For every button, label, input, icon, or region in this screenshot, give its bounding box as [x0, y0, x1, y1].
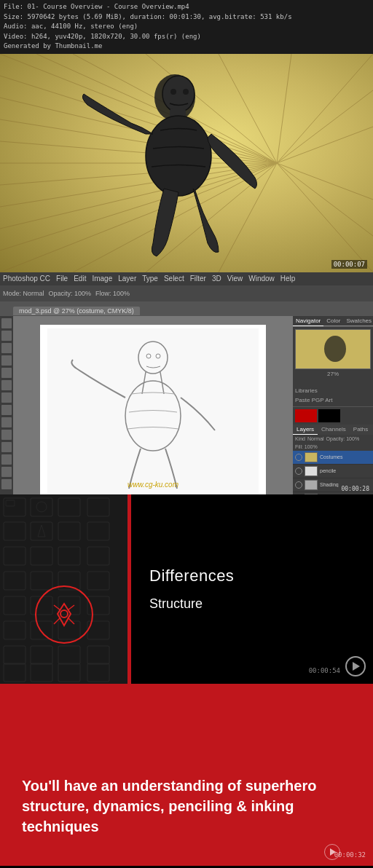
ps-paths-tab[interactable]: Paths — [350, 425, 372, 435]
ps-tool-stamp[interactable] — [1, 392, 12, 403]
ps-tool-select[interactable] — [1, 331, 12, 341]
svg-marker-75 — [58, 604, 71, 626]
svg-rect-44 — [58, 498, 80, 516]
ps-layer-name-pencile: pencile — [320, 468, 371, 473]
ps-content-area: www.cg-ku.com Navigator Color Swatches 2 — [0, 316, 373, 494]
ps-libraries-label: Libraries — [295, 387, 318, 394]
file-info-line5: Generated by Thumbnail.me — [4, 42, 369, 52]
file-info-bar: File: 01- Course Overview - Course Overv… — [0, 0, 373, 54]
ps-timestamp: 00:00:28 — [341, 486, 369, 492]
ps-layer-thumb-pencile — [305, 466, 318, 476]
ps-menu-image[interactable]: Image — [92, 275, 112, 283]
dark-section-timestamp: 00:00:54 — [309, 667, 340, 674]
ps-toolbar: Mode: Normal Opacity: 100% Flow: 100% — [0, 285, 373, 301]
svg-rect-55 — [4, 572, 25, 590]
svg-rect-45 — [87, 498, 109, 516]
ps-tool-move[interactable] — [1, 318, 12, 328]
svg-point-76 — [60, 610, 68, 618]
dark-section: Differences Structure 00:00:54 — [0, 494, 373, 684]
red-section-body-text: You'll have an understanding of superher… — [22, 776, 328, 837]
ps-menu-bar: Photoshop CC File Edit Image Layer Type … — [0, 272, 373, 285]
svg-rect-69 — [58, 646, 80, 664]
svg-rect-71 — [4, 663, 25, 682]
svg-rect-31 — [47, 328, 259, 494]
ps-document-tab[interactable]: mod_3.psd @ 27% (costume, CMYK/8) — [13, 307, 140, 315]
ps-color-swatches — [293, 407, 373, 425]
svg-rect-53 — [58, 547, 80, 565]
svg-point-39 — [324, 336, 346, 362]
ps-menu-filter[interactable]: Filter — [190, 275, 206, 283]
ps-eye-icon-costumes[interactable] — [295, 454, 302, 461]
ps-menu-type[interactable]: Type — [142, 275, 158, 283]
ps-layers-tab[interactable]: Layers — [293, 425, 318, 435]
svg-rect-68 — [31, 646, 52, 664]
ps-sketch-figure — [47, 328, 259, 494]
ps-eye-icon-pencile[interactable] — [295, 467, 302, 475]
ps-tool-pen[interactable] — [1, 430, 12, 440]
ps-navigator-tab[interactable]: Navigator — [293, 316, 323, 326]
ps-menu-layer[interactable]: Layer — [118, 275, 136, 283]
ps-normal-label: Normal — [307, 436, 324, 441]
file-info-line2: Size: 5970642 bytes (5.69 MiB), duration… — [4, 12, 369, 23]
ps-menu-3d[interactable]: 3D — [212, 275, 221, 283]
ps-layer-filter-controls: Kind Normal Opacity: 100% — [293, 435, 373, 443]
svg-rect-54 — [87, 547, 109, 565]
ps-menu-file[interactable]: File — [56, 275, 68, 283]
svg-line-78 — [68, 605, 74, 610]
svg-rect-73 — [58, 663, 80, 682]
differences-heading: Differences — [149, 567, 355, 585]
ps-mode-label: Mode: Normal — [3, 290, 44, 297]
ps-nav-tabs: Navigator Color Swatches — [293, 316, 373, 327]
svg-rect-72 — [31, 663, 52, 682]
svg-point-26 — [162, 76, 195, 112]
ps-tool-crop[interactable] — [1, 355, 12, 366]
ps-channels-tab[interactable]: Channels — [318, 425, 350, 435]
file-info-line1: File: 01- Course Overview - Course Overv… — [4, 2, 369, 12]
dark-right-content: Differences Structure — [131, 494, 373, 684]
red-section: You'll have an understanding of superher… — [0, 684, 373, 866]
ps-tool-zoom[interactable] — [1, 479, 12, 489]
svg-rect-56 — [31, 572, 52, 590]
ps-tab-bar: mod_3.psd @ 27% (costume, CMYK/8) — [0, 301, 373, 316]
ps-menu-view[interactable]: View — [227, 275, 243, 283]
ps-menu-select[interactable]: Select — [164, 275, 184, 283]
ps-layer-pencile[interactable]: pencile — [293, 465, 373, 478]
ps-layer-thumb-shading — [305, 480, 318, 490]
svg-rect-41 — [6, 500, 15, 506]
play-icon — [353, 662, 360, 671]
ps-tools-panel — [0, 316, 13, 494]
svg-rect-70 — [87, 646, 109, 664]
ps-menu-window[interactable]: Window — [248, 275, 275, 283]
photoshop-section: Photoshop CC File Edit Image Layer Type … — [0, 272, 373, 494]
svg-rect-51 — [4, 547, 25, 565]
ps-menu-photoshop[interactable]: Photoshop CC — [3, 275, 50, 283]
red-section-timestamp: 00:00:32 — [334, 851, 366, 859]
file-info-line4: Video: h264, yuv420p, 1820x720, 30.00 fp… — [4, 32, 369, 42]
ps-eye-icon-shading[interactable] — [295, 481, 302, 489]
ps-color-tab[interactable]: Color — [323, 316, 343, 326]
svg-rect-42 — [31, 498, 52, 516]
ps-opacity-label: Opacity: 100% — [49, 290, 92, 297]
ps-tool-shape[interactable] — [1, 454, 12, 465]
ps-tool-text[interactable] — [1, 442, 12, 452]
svg-point-28 — [146, 116, 211, 196]
svg-rect-67 — [4, 646, 25, 664]
ps-menu-help[interactable]: Help — [280, 275, 296, 283]
comic-timestamp: 00:00:07 — [331, 260, 367, 269]
ps-menu-edit[interactable]: Edit — [74, 275, 86, 283]
ps-tool-brush[interactable] — [1, 380, 12, 390]
play-button[interactable] — [345, 656, 366, 676]
ps-tool-gradient[interactable] — [1, 417, 12, 427]
ps-black-swatch[interactable] — [318, 409, 340, 422]
svg-rect-52 — [31, 547, 52, 565]
ps-kind-label: Kind — [295, 436, 305, 441]
svg-line-77 — [54, 605, 60, 610]
ps-layer-costumes[interactable]: Costumes — [293, 451, 373, 465]
ps-tool-hand[interactable] — [1, 467, 12, 477]
ps-swatches-tab[interactable]: Swatches — [343, 316, 373, 326]
ps-tool-eyedropper[interactable] — [1, 368, 12, 378]
ps-tool-eraser[interactable] — [1, 405, 12, 415]
ps-red-swatch[interactable] — [295, 409, 317, 422]
ps-tool-lasso[interactable] — [1, 343, 12, 353]
svg-marker-48 — [38, 525, 45, 537]
